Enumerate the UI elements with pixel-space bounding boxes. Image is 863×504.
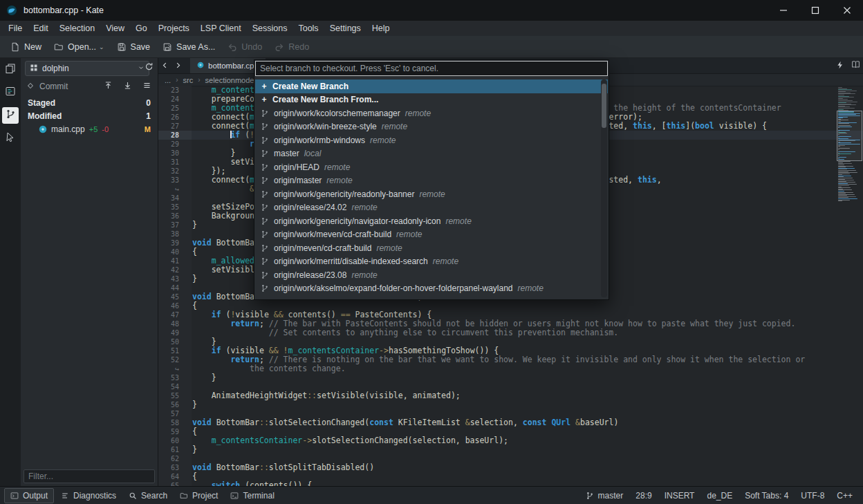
branch-item[interactable]: origin/release/24.02remote [255, 201, 608, 215]
line-number: 25 [158, 104, 179, 113]
status-git-branch[interactable]: master [579, 491, 630, 501]
toolview-search-button[interactable]: Search [123, 489, 173, 503]
close-button[interactable] [831, 0, 863, 21]
menu-tools[interactable]: Tools [293, 22, 324, 35]
status-highlight-mode[interactable]: C++ [830, 491, 859, 501]
menu-help[interactable]: Help [366, 22, 396, 35]
back-button[interactable] [158, 58, 171, 73]
status-cursor-position[interactable]: 28:9 [629, 491, 658, 501]
gutter: 60 [158, 436, 192, 445]
filter-input[interactable] [24, 469, 155, 483]
line-number: 28 [158, 131, 179, 140]
open-icon [54, 42, 64, 52]
section-count: 1 [146, 111, 151, 121]
undo-button[interactable]: Undo [221, 39, 268, 55]
line-number: 56 [158, 400, 179, 409]
branch-item[interactable]: origin/work/akselmo/expand-folder-on-hov… [255, 282, 608, 296]
dock-filesystem-button[interactable] [2, 84, 19, 101]
forward-button[interactable] [171, 58, 185, 73]
popup-scrollbar-thumb[interactable] [602, 84, 606, 128]
git-file-row[interactable]: main.cpp+5-0M [21, 122, 158, 136]
branch-item[interactable]: origin/work/genericity/readonly-bannerre… [255, 187, 608, 201]
branch-scope: remote [326, 176, 352, 185]
dock-selection-button[interactable] [2, 130, 19, 147]
minimap-scrollbar[interactable] [838, 87, 861, 478]
documentation-button[interactable] [848, 58, 863, 73]
gutter: 50 [158, 337, 192, 346]
branch-item[interactable]: origin/work/genericity/navigator-readonl… [255, 214, 608, 228]
status-encoding[interactable]: UTF-8 [795, 491, 830, 501]
menu-edit[interactable]: Edit [28, 22, 54, 35]
branch-item[interactable]: origin/release/23.08remote [255, 268, 608, 282]
git-section-staged[interactable]: Staged0 [21, 96, 158, 109]
git-push-pull-group [101, 80, 154, 93]
branch-item[interactable]: origin/HEADremote [255, 160, 608, 174]
menu-selection[interactable]: Selection [54, 22, 100, 35]
git-branch-icon [261, 230, 269, 239]
new-label: New [24, 42, 41, 52]
menu-lsp-client[interactable]: LSP Client [195, 22, 247, 35]
git-menu-button[interactable] [140, 80, 154, 93]
popup-scrollbar[interactable] [601, 80, 607, 297]
branch-item[interactable]: origin/work/rmb-windowsremote [255, 133, 608, 147]
gutter: 25 [158, 104, 192, 113]
status-input-mode[interactable]: INSERT [658, 491, 701, 501]
breadcrumb-segment[interactable]: src [183, 76, 194, 84]
toolview-terminal-button[interactable]: Terminal [225, 489, 279, 503]
status-tab-settings[interactable]: Soft Tabs: 4 [739, 491, 795, 501]
menu-sessions[interactable]: Sessions [247, 22, 293, 35]
commit-button[interactable]: Commit [26, 82, 68, 92]
save-button[interactable]: Save [111, 39, 157, 55]
menu-settings[interactable]: Settings [324, 22, 366, 35]
project-selector[interactable]: dolphin [25, 61, 149, 76]
menu-go[interactable]: Go [130, 22, 153, 35]
commit-label: Commit [39, 82, 68, 91]
menu-projects[interactable]: Projects [153, 22, 195, 35]
branch-prompt-input[interactable]: Select branch to checkout. Press 'Esc' t… [255, 61, 608, 76]
minimize-button[interactable] [768, 0, 799, 21]
refresh-button[interactable] [142, 61, 156, 75]
branch-action-item[interactable]: +Create New Branch [255, 80, 608, 93]
branch-item[interactable]: origin/work/meven/cd-craft-buildremote [255, 228, 608, 242]
save-as-button[interactable]: Save As... [156, 39, 221, 55]
book-icon [851, 59, 860, 72]
toolview-project-button[interactable]: Project [174, 489, 223, 503]
branch-action-item[interactable]: +Create New Branch From... [255, 93, 608, 107]
branch-item[interactable]: origin/work/merritt/disable-indexed-sear… [255, 255, 608, 269]
minimap-viewport[interactable] [837, 111, 862, 161]
quick-actions-button[interactable] [833, 58, 848, 73]
line-number: 37 [158, 221, 179, 230]
maximize-button[interactable] [799, 0, 831, 21]
toolview-diagnostics-button[interactable]: Diagnostics [55, 489, 122, 503]
breadcrumb-segment[interactable]: selectionmode [205, 76, 254, 84]
dock-documents-button[interactable] [2, 62, 19, 78]
gutter: 58 [158, 418, 192, 427]
gutter: 23 [158, 86, 192, 95]
gutter: 48 [158, 319, 192, 328]
line-number: 41 [158, 256, 179, 265]
line-number: 59 [158, 427, 179, 436]
branch-item[interactable]: origin/meven/cd-craft-buildremote [255, 241, 608, 255]
input-mode-value: INSERT [665, 491, 695, 501]
branch-item[interactable]: origin/work/win-breeze-styleremote [255, 120, 608, 134]
line-number: 40 [158, 248, 179, 256]
branch-item[interactable]: origin/work/kcolorschememanagerremote [255, 106, 608, 120]
menu-view[interactable]: View [100, 22, 130, 35]
branch-item[interactable]: masterlocal [255, 147, 608, 161]
menu-file[interactable]: File [3, 22, 28, 35]
branch-item[interactable]: origin/masterremote [255, 174, 608, 188]
status-dictionary[interactable]: de_DE [700, 491, 739, 501]
dock-git-button[interactable] [2, 107, 19, 124]
pull-button[interactable] [120, 80, 134, 93]
new-button[interactable]: New [4, 39, 48, 55]
push-icon [104, 81, 113, 92]
git-section-modified[interactable]: Modified1 [21, 109, 158, 122]
push-button[interactable] [101, 80, 115, 93]
line-number: 63 [158, 463, 179, 472]
section-count: 0 [146, 98, 151, 108]
breadcrumb-segment[interactable]: ... [165, 76, 171, 84]
gutter: 37 [158, 221, 192, 230]
toolview-output-button[interactable]: Output [4, 488, 54, 503]
open-button[interactable]: Open...⌄ [48, 39, 111, 55]
redo-button[interactable]: Redo [268, 39, 315, 55]
